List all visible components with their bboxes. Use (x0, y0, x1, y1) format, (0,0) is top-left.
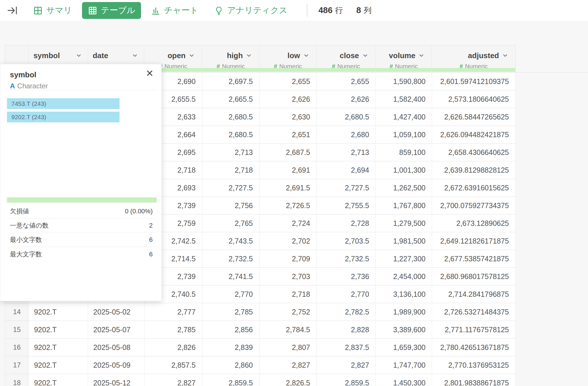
row-number-cell: 15 (5, 321, 29, 338)
chevron-down-icon[interactable] (502, 52, 508, 59)
cell-open: 2,785 (145, 321, 202, 338)
column-header-volume[interactable]: volume#Numeric (376, 45, 432, 72)
popup-divider (4, 90, 157, 90)
cell-close: 2,770 (317, 285, 376, 303)
column-name: open (168, 51, 186, 60)
valid-values-bar (7, 197, 157, 203)
cell-low: 2,626 (260, 90, 317, 108)
column-header-high[interactable]: high#Numeric (202, 45, 259, 72)
close-icon[interactable]: × (146, 67, 153, 79)
chevron-down-icon[interactable] (303, 52, 309, 59)
cell-low: 2,724 (260, 215, 317, 232)
chevron-down-icon[interactable] (418, 52, 425, 59)
cell-adjusted: 2,673.12890625 (432, 215, 516, 232)
cell-high: 2,727.5 (202, 179, 260, 196)
column-name: high (227, 51, 243, 60)
cell-volume: 1,747,700 (376, 356, 432, 374)
tab-analytics[interactable]: アナリティクス (208, 2, 293, 19)
chevron-down-icon[interactable] (246, 52, 252, 59)
tab-chart[interactable]: チャート (145, 2, 204, 19)
collapse-arrow-icon (7, 5, 18, 16)
cell-high: 2,860 (202, 356, 260, 374)
row-count: 486 行 (318, 5, 343, 16)
column-header-low[interactable]: low#Numeric (259, 45, 317, 72)
chevron-down-icon[interactable] (188, 52, 195, 59)
tab-table[interactable]: テーブル (82, 2, 141, 19)
popup-value-bars: 7453.T (243) 9202.T (243) (7, 98, 120, 125)
cell-low: 2,718 (260, 285, 317, 303)
cell-low: 2,703 (260, 268, 317, 285)
cell-volume: 1,590,800 (376, 73, 432, 90)
column-histogram-bar (376, 68, 432, 72)
cell-low: 2,691.5 (260, 179, 317, 196)
value-bar[interactable]: 7453.T (243) (7, 98, 120, 109)
cell-open: 2,857.5 (145, 356, 202, 374)
cell-date: 2025-05-12 (88, 374, 145, 386)
cell-volume: 1,659,300 (376, 339, 432, 356)
cell-close: 2,680 (317, 126, 376, 143)
view-tabs: サマリ テーブル (27, 2, 293, 19)
column-name: adjusted (468, 51, 499, 60)
cell-adjusted: 2,573.1806640625 (432, 90, 516, 108)
cell-adjusted: 2,726.53271484375 (432, 303, 516, 321)
cell-adjusted: 2,770.1376953125 (432, 356, 516, 374)
table-row: 179202.T2025-05-092,857.52,8602,8272,827… (5, 356, 516, 374)
row-number-cell: 18 (5, 374, 29, 386)
cell-adjusted: 2,601.597412109375 (432, 73, 516, 90)
bar-chart-icon (151, 6, 161, 15)
column-name: low (287, 51, 300, 60)
cell-low: 2,784.5 (260, 321, 317, 338)
column-header-adjusted[interactable]: adjusted#Numeric (432, 45, 515, 72)
chevron-down-icon[interactable] (76, 52, 82, 59)
cell-close: 2,694 (317, 161, 376, 179)
row-number-cell: 16 (5, 339, 29, 356)
cell-volume: 1,262,500 (376, 179, 432, 196)
table-row: 169202.T2025-05-082,8262,8392,8072,837.5… (5, 339, 516, 356)
cell-volume: 1,279,500 (376, 215, 432, 232)
tab-summary[interactable]: サマリ (27, 2, 78, 19)
cell-adjusted: 2,639.81298828125 (432, 161, 516, 179)
cell-date: 2025-05-09 (88, 356, 145, 374)
stat-row-min-length: 最小文字数 6 (7, 233, 155, 247)
cell-adjusted: 2,714.2841796875 (432, 285, 516, 303)
cell-high: 2,741.5 (202, 268, 260, 285)
value-bar-label: 9202.T (243) (11, 114, 46, 121)
cell-adjusted: 2,801.98388671875 (432, 374, 516, 386)
cell-high: 2,743.5 (202, 232, 260, 250)
character-icon: A (10, 82, 15, 90)
cell-symbol: 9202.T (29, 374, 88, 386)
header-extension-border (516, 72, 588, 73)
cell-close: 2,680.5 (317, 108, 376, 126)
summary-grid-icon (33, 6, 43, 15)
cell-close: 2,736 (317, 268, 376, 285)
table-row: 149202.T2025-05-022,7772,7852,7522,782.5… (5, 303, 516, 321)
cell-low: 2,702 (260, 232, 317, 250)
cell-volume: 1,450,300 (376, 374, 432, 386)
tab-label: アナリティクス (227, 5, 288, 16)
chevron-down-icon[interactable] (362, 52, 368, 59)
cell-open: 2,777 (145, 303, 202, 321)
chevron-down-icon[interactable] (132, 52, 138, 59)
table-row: 159202.T2025-05-072,7852,8562,784.52,828… (5, 321, 516, 339)
column-histogram-bar (259, 68, 316, 72)
cell-open: 2,827 (145, 374, 202, 386)
cell-adjusted: 2,680.968017578125 (432, 268, 516, 285)
cell-low: 2,655 (260, 73, 317, 90)
column-name: close (340, 51, 359, 60)
popup-column-title: symbol (10, 70, 36, 79)
column-histogram-bar (432, 68, 515, 72)
collapse-sidebar-button[interactable] (6, 4, 19, 17)
cell-adjusted: 2,780.426513671875 (432, 339, 516, 356)
column-name: symbol (33, 51, 60, 60)
cell-high: 2,680.5 (202, 126, 260, 143)
value-bar[interactable]: 9202.T (243) (7, 112, 120, 122)
cell-volume: 859,100 (376, 144, 432, 161)
cell-high: 2,713 (202, 144, 260, 161)
cell-close: 2,828 (317, 321, 376, 338)
stat-row-max-length: 最大文字数 6 (7, 247, 155, 261)
cell-high: 2,697.5 (202, 73, 260, 90)
app-window: サマリ テーブル (0, 0, 588, 386)
column-header-close[interactable]: close#Numeric (317, 45, 376, 72)
cell-volume: 1,582,400 (376, 90, 432, 108)
cell-adjusted: 2,672.63916015625 (432, 179, 516, 196)
